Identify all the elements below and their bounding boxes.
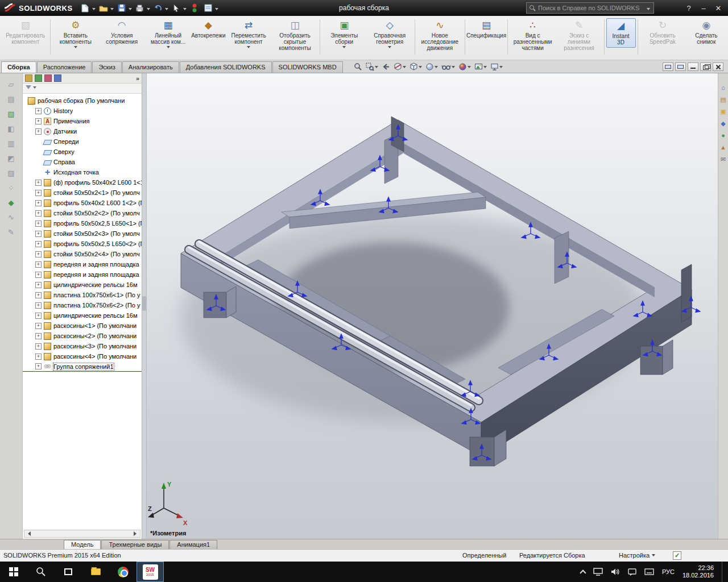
tab-animation1[interactable]: Анимация1 [169, 540, 217, 549]
filter-dropdown-caret[interactable] [33, 86, 36, 90]
save-button[interactable] [115, 2, 128, 14]
browser-button[interactable] [109, 562, 136, 582]
settings-dropdown[interactable]: Настройка [619, 552, 655, 559]
expand-icon[interactable] [35, 180, 42, 186]
expand-icon[interactable] [35, 292, 42, 298]
edit-appearance-button[interactable] [457, 62, 472, 72]
doc-window-icon-1[interactable] [663, 63, 673, 71]
exploded-view-button[interactable]: ∴Вид с разнесенными частями [510, 18, 556, 53]
expand-icon[interactable] [35, 261, 42, 268]
view-settings-button[interactable] [489, 62, 504, 72]
save-dropdown-caret[interactable] [129, 8, 132, 12]
take-snapshot-button[interactable]: ◉Сделать снимок [686, 18, 727, 47]
start-button[interactable] [0, 562, 27, 582]
edit-component-button[interactable]: ▧Редактировать компонент [2, 18, 48, 47]
update-speedpak-button[interactable]: ↻Обновить SpeedPak [639, 18, 685, 47]
left-toolbar-button-4[interactable]: ◧ [5, 123, 18, 134]
tree-item[interactable]: профиль 50x50x2,5 L650<1> (П [23, 218, 142, 228]
dropdown-caret[interactable] [342, 46, 346, 50]
tree-item[interactable]: Сверху [23, 147, 142, 157]
select-button[interactable] [170, 2, 183, 14]
tree-horizontal-scrollbar[interactable] [24, 530, 140, 538]
left-toolbar-button-6[interactable]: ◩ [5, 153, 18, 164]
tree-item[interactable]: Справа [23, 157, 142, 167]
linear-pattern-button[interactable]: ▦Линейный массив ком... [145, 18, 191, 52]
dropdown-caret[interactable] [419, 66, 422, 70]
instant3d-button[interactable]: ◢Instant 3D [606, 18, 636, 48]
task-view-button[interactable] [55, 562, 82, 582]
expand-icon[interactable] [35, 231, 42, 237]
expand-icon[interactable] [35, 323, 42, 329]
expand-icon[interactable] [35, 251, 42, 257]
expand-icon[interactable] [35, 190, 42, 196]
file-explorer-button[interactable] [82, 562, 109, 582]
options-button[interactable] [202, 2, 214, 14]
tab-addins[interactable]: Добавления SOLIDWORKS [180, 61, 272, 73]
undo-button[interactable] [152, 2, 164, 14]
dropdown-caret[interactable] [499, 66, 503, 70]
displaymanager-tab[interactable] [54, 74, 61, 82]
left-toolbar-button-10[interactable]: ∿ [5, 212, 18, 223]
new-document-button[interactable] [79, 2, 92, 14]
custom-properties-tab-icon[interactable]: ▲ [719, 143, 727, 151]
tree-item[interactable]: цилиндрические рельсы 16м [23, 280, 142, 290]
tree-item[interactable]: передняя и задняя площадка [23, 269, 142, 280]
search-dropdown-caret[interactable] [647, 8, 650, 12]
tree-item[interactable]: раскосины<2> (По умолчани [23, 331, 142, 341]
expand-icon[interactable] [35, 363, 42, 369]
solidworks-taskbar-button[interactable]: SW 2015 [136, 562, 164, 582]
apply-scene-button[interactable] [473, 62, 488, 72]
bom-button[interactable]: ▤Спецификация [467, 18, 506, 40]
rebuild-button[interactable] [188, 2, 201, 14]
left-toolbar-button-2[interactable]: ▤ [5, 94, 18, 105]
display-style-button[interactable] [424, 62, 439, 72]
view-palette-tab-icon[interactable]: ◆ [719, 119, 727, 127]
open-button[interactable] [97, 2, 110, 14]
tree-item[interactable]: стойки 50x50x2<4> (По умолч [23, 249, 142, 259]
doc-minimize-button[interactable] [688, 63, 698, 71]
view-orientation-button[interactable] [408, 62, 423, 72]
panel-splitter[interactable] [142, 73, 147, 539]
previous-view-button[interactable] [380, 62, 391, 72]
tree-root-item[interactable]: рабочая сборка (По умолчани [23, 95, 142, 106]
left-toolbar-button-9[interactable]: ◆ [5, 197, 18, 208]
reference-geometry-button[interactable]: ◇Справочная геометрия [367, 18, 413, 52]
print-dropdown-caret[interactable] [147, 8, 150, 12]
language-indicator[interactable]: РУС [662, 568, 675, 575]
tab-sketch[interactable]: Эскиз [92, 61, 121, 73]
notifications-tray-icon[interactable] [628, 568, 636, 576]
left-toolbar-button-8[interactable]: ⁘ [5, 182, 18, 193]
mate-button[interactable]: ◠Условия сопряжения [99, 18, 145, 47]
section-view-button[interactable] [392, 62, 407, 72]
tree-item-mates-group[interactable]: Группа сопряжений1 [23, 361, 142, 372]
expand-icon[interactable] [35, 200, 42, 206]
dropdown-caret[interactable] [74, 46, 77, 50]
doc-restore-button[interactable] [700, 63, 711, 71]
tree-item[interactable]: Исходная точка [23, 167, 142, 177]
expand-icon[interactable] [35, 241, 42, 247]
tree-item[interactable]: Примечания [23, 116, 142, 126]
tab-3d-views[interactable]: Трехмерные виды [101, 540, 169, 549]
expand-icon[interactable] [35, 108, 42, 114]
display-tray-icon[interactable] [593, 568, 603, 576]
tree-item[interactable]: стойки 50x50x2<1> (По умолч [23, 188, 142, 198]
left-toolbar-button-1[interactable]: ▱ [5, 79, 18, 90]
close-button[interactable]: ✕ [711, 2, 726, 14]
tree-item[interactable]: пластина 100x750x6<1> (По у [23, 290, 142, 300]
left-toolbar-button-7[interactable]: ▨ [5, 168, 18, 178]
doc-close-button[interactable] [713, 63, 723, 71]
tree-item[interactable]: стойки 50x50x2<3> (По умолч [23, 228, 142, 239]
tree-item[interactable]: раскосины<3> (По умолчани [23, 341, 142, 351]
tree-item[interactable]: (ф) профиль 50x40x2 L600 1<1 [23, 177, 142, 188]
tab-model[interactable]: Модель [64, 540, 101, 549]
doc-window-icon-2[interactable] [675, 63, 686, 71]
file-explorer-tab-icon[interactable]: ▣ [719, 107, 727, 115]
help-button[interactable]: ? [681, 2, 696, 14]
tree-item[interactable]: профиль 50x40x2 L600 1<2> (П [23, 198, 142, 208]
taskbar-search-button[interactable] [27, 562, 55, 582]
tree-item[interactable]: History [23, 106, 142, 116]
show-desktop-button[interactable] [722, 562, 725, 582]
taskbar-clock[interactable]: 22:36 18.02.2016 [682, 564, 714, 579]
show-hidden-components-button[interactable]: ◫Отобразить скрытые компоненты [272, 18, 318, 53]
open-dropdown-caret[interactable] [110, 8, 114, 12]
